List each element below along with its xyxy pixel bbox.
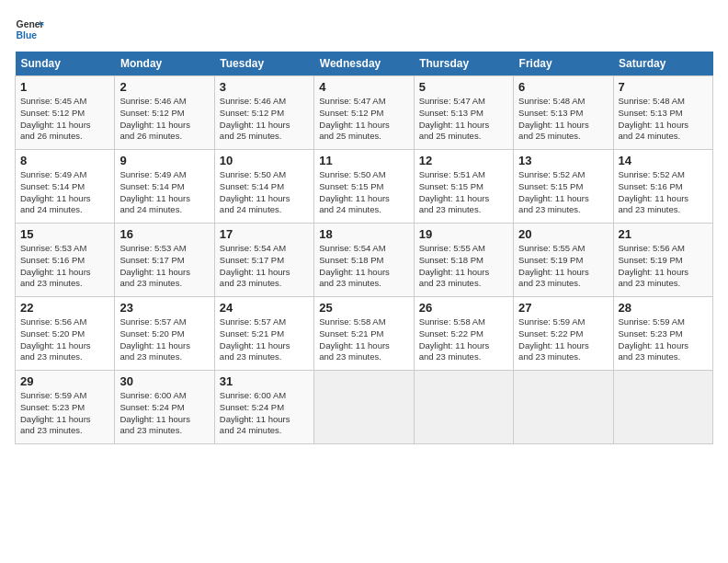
weekday-cell: Tuesday [214,52,313,76]
day-number: 7 [619,80,708,94]
day-detail: Sunrise: 5:46 AMSunset: 5:12 PMDaylight:… [119,96,209,143]
day-number: 20 [518,227,608,241]
weekday-cell: Wednesday [314,52,414,76]
day-detail: Sunrise: 5:55 AMSunset: 5:18 PMDaylight:… [419,243,508,290]
day-number: 9 [119,154,209,167]
calendar-cell: 22Sunrise: 5:56 AMSunset: 5:20 PMDayligh… [16,297,115,371]
day-number: 8 [20,154,109,167]
calendar-cell: 6Sunrise: 5:48 AMSunset: 5:13 PMDaylight… [514,76,613,150]
day-detail: Sunrise: 5:55 AMSunset: 5:19 PMDaylight:… [518,243,608,290]
calendar-table: SundayMondayTuesdayWednesdayThursdayFrid… [15,52,713,444]
weekday-cell: Saturday [613,52,712,76]
day-number: 28 [619,301,708,315]
weekday-cell: Thursday [414,52,513,76]
calendar-cell: 24Sunrise: 5:57 AMSunset: 5:21 PMDayligh… [214,297,313,371]
day-number: 16 [119,227,209,241]
day-detail: Sunrise: 5:50 AMSunset: 5:14 PMDaylight:… [220,169,309,216]
calendar-cell: 21Sunrise: 5:56 AMSunset: 5:19 PMDayligh… [613,224,712,297]
day-number: 19 [419,227,508,241]
calendar-cell: 29Sunrise: 5:59 AMSunset: 5:23 PMDayligh… [16,371,115,444]
logo: General Blue [15,15,44,44]
calendar-cell: 26Sunrise: 5:58 AMSunset: 5:22 PMDayligh… [414,297,513,371]
day-detail: Sunrise: 5:50 AMSunset: 5:15 PMDaylight:… [319,169,408,216]
calendar-cell: 16Sunrise: 5:53 AMSunset: 5:17 PMDayligh… [115,224,214,297]
calendar-cell: 12Sunrise: 5:51 AMSunset: 5:15 PMDayligh… [414,150,513,224]
day-number: 27 [518,301,608,315]
day-detail: Sunrise: 5:49 AMSunset: 5:14 PMDaylight:… [119,169,209,216]
calendar-cell [314,371,414,444]
calendar-cell: 28Sunrise: 5:59 AMSunset: 5:23 PMDayligh… [613,297,712,371]
calendar-cell: 5Sunrise: 5:47 AMSunset: 5:13 PMDaylight… [414,76,513,150]
calendar-cell: 10Sunrise: 5:50 AMSunset: 5:14 PMDayligh… [214,150,313,224]
day-number: 3 [220,80,309,94]
day-detail: Sunrise: 5:45 AMSunset: 5:12 PMDaylight:… [20,96,109,143]
day-number: 29 [20,374,109,388]
calendar-cell: 23Sunrise: 5:57 AMSunset: 5:20 PMDayligh… [115,297,214,371]
calendar-cell: 15Sunrise: 5:53 AMSunset: 5:16 PMDayligh… [16,224,115,297]
day-number: 23 [119,301,209,315]
calendar-cell: 1Sunrise: 5:45 AMSunset: 5:12 PMDaylight… [16,76,115,150]
day-detail: Sunrise: 5:53 AMSunset: 5:16 PMDaylight:… [20,243,109,290]
calendar-cell: 11Sunrise: 5:50 AMSunset: 5:15 PMDayligh… [314,150,414,224]
calendar-row: 1Sunrise: 5:45 AMSunset: 5:12 PMDaylight… [16,76,713,150]
day-detail: Sunrise: 5:48 AMSunset: 5:13 PMDaylight:… [619,96,708,143]
day-detail: Sunrise: 5:56 AMSunset: 5:20 PMDaylight:… [20,316,109,363]
day-detail: Sunrise: 5:59 AMSunset: 5:23 PMDaylight:… [20,390,109,437]
day-number: 14 [619,154,708,167]
weekday-cell: Sunday [16,52,115,76]
weekday-cell: Friday [514,52,613,76]
calendar-cell: 13Sunrise: 5:52 AMSunset: 5:15 PMDayligh… [514,150,613,224]
day-number: 31 [220,374,309,388]
page-header: General Blue [15,15,713,44]
day-number: 1 [20,80,109,94]
calendar-cell: 19Sunrise: 5:55 AMSunset: 5:18 PMDayligh… [414,224,513,297]
day-detail: Sunrise: 5:59 AMSunset: 5:23 PMDaylight:… [619,316,708,363]
day-detail: Sunrise: 5:53 AMSunset: 5:17 PMDaylight:… [119,243,209,290]
day-number: 4 [319,80,408,94]
day-detail: Sunrise: 5:49 AMSunset: 5:14 PMDaylight:… [20,169,109,216]
calendar-cell: 25Sunrise: 5:58 AMSunset: 5:21 PMDayligh… [314,297,414,371]
day-detail: Sunrise: 5:47 AMSunset: 5:13 PMDaylight:… [419,96,508,143]
day-number: 2 [119,80,209,94]
calendar-cell: 2Sunrise: 5:46 AMSunset: 5:12 PMDaylight… [115,76,214,150]
day-detail: Sunrise: 5:54 AMSunset: 5:17 PMDaylight:… [220,243,309,290]
calendar-cell: 20Sunrise: 5:55 AMSunset: 5:19 PMDayligh… [514,224,613,297]
day-detail: Sunrise: 5:46 AMSunset: 5:12 PMDaylight:… [220,96,309,143]
day-detail: Sunrise: 5:57 AMSunset: 5:21 PMDaylight:… [220,316,309,363]
day-detail: Sunrise: 6:00 AMSunset: 5:24 PMDaylight:… [220,390,309,437]
day-detail: Sunrise: 5:52 AMSunset: 5:15 PMDaylight:… [518,169,608,216]
day-detail: Sunrise: 5:57 AMSunset: 5:20 PMDaylight:… [119,316,209,363]
day-number: 30 [119,374,209,388]
day-number: 10 [220,154,309,167]
calendar-cell: 31Sunrise: 6:00 AMSunset: 5:24 PMDayligh… [214,371,313,444]
calendar-body: 1Sunrise: 5:45 AMSunset: 5:12 PMDaylight… [16,76,713,444]
day-detail: Sunrise: 5:54 AMSunset: 5:18 PMDaylight:… [319,243,408,290]
calendar-cell: 14Sunrise: 5:52 AMSunset: 5:16 PMDayligh… [613,150,712,224]
day-number: 17 [220,227,309,241]
svg-text:Blue: Blue [17,30,38,40]
calendar-row: 8Sunrise: 5:49 AMSunset: 5:14 PMDaylight… [16,150,713,224]
day-detail: Sunrise: 5:56 AMSunset: 5:19 PMDaylight:… [619,243,708,290]
day-number: 21 [619,227,708,241]
calendar-cell [414,371,513,444]
calendar-cell: 18Sunrise: 5:54 AMSunset: 5:18 PMDayligh… [314,224,414,297]
calendar-cell: 30Sunrise: 6:00 AMSunset: 5:24 PMDayligh… [115,371,214,444]
logo-icon: General Blue [15,15,44,44]
day-number: 26 [419,301,508,315]
calendar-row: 29Sunrise: 5:59 AMSunset: 5:23 PMDayligh… [16,371,713,444]
calendar-cell: 4Sunrise: 5:47 AMSunset: 5:12 PMDaylight… [314,76,414,150]
calendar-cell: 8Sunrise: 5:49 AMSunset: 5:14 PMDaylight… [16,150,115,224]
day-number: 12 [419,154,508,167]
day-detail: Sunrise: 5:51 AMSunset: 5:15 PMDaylight:… [419,169,508,216]
day-detail: Sunrise: 5:52 AMSunset: 5:16 PMDaylight:… [619,169,708,216]
calendar-cell: 9Sunrise: 5:49 AMSunset: 5:14 PMDaylight… [115,150,214,224]
day-number: 22 [20,301,109,315]
calendar-cell: 3Sunrise: 5:46 AMSunset: 5:12 PMDaylight… [214,76,313,150]
calendar-cell [514,371,613,444]
day-number: 5 [419,80,508,94]
day-detail: Sunrise: 5:58 AMSunset: 5:22 PMDaylight:… [419,316,508,363]
calendar-row: 22Sunrise: 5:56 AMSunset: 5:20 PMDayligh… [16,297,713,371]
calendar-cell: 27Sunrise: 5:59 AMSunset: 5:22 PMDayligh… [514,297,613,371]
day-detail: Sunrise: 5:48 AMSunset: 5:13 PMDaylight:… [518,96,608,143]
day-number: 18 [319,227,408,241]
